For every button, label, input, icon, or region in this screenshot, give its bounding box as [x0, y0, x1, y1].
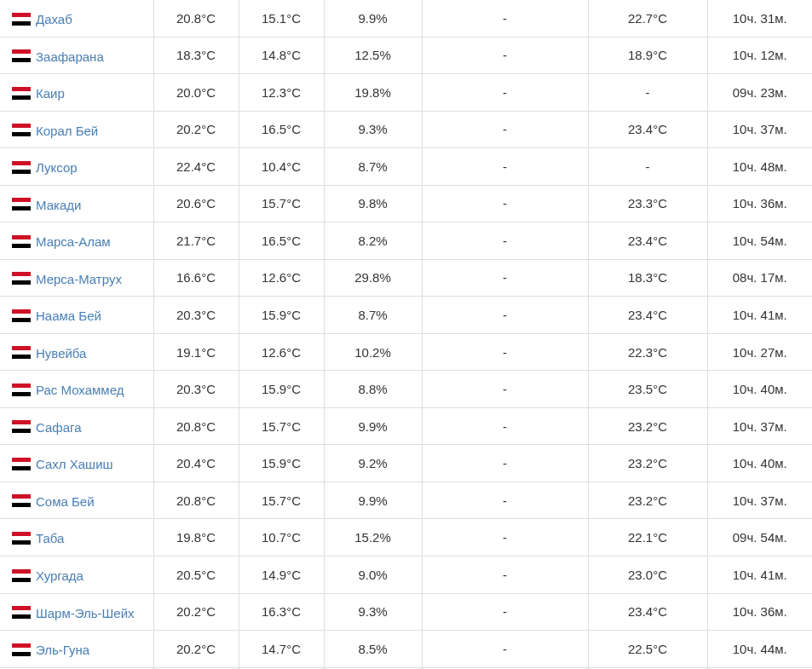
- city-link[interactable]: Таба: [36, 531, 64, 545]
- water-temp-cell: 23.4°C: [588, 593, 707, 631]
- egypt-flag-icon: [12, 161, 31, 174]
- table-row: Мерса-Матрух16.6°C12.6°C29.8%-18.3°C08ч.…: [0, 259, 812, 297]
- daylight-cell: 10ч. 37м.: [707, 482, 812, 519]
- daylight-cell: 10ч. 48м.: [707, 148, 812, 186]
- temp-night-cell: 15.1°C: [239, 0, 324, 37]
- city-link[interactable]: Дахаб: [36, 12, 72, 26]
- precip-cell: -: [422, 222, 588, 260]
- precip-cell: -: [422, 297, 588, 334]
- egypt-flag-icon: [12, 309, 31, 322]
- temp-night-cell: 12.6°C: [239, 259, 324, 297]
- temp-night-cell: 12.6°C: [239, 333, 324, 371]
- table-row: Шарм-Эль-Шейх20.2°C16.3°C9.3%-23.4°C10ч.…: [0, 593, 812, 631]
- humidity-cell: 9.9%: [324, 482, 422, 519]
- water-temp-cell: 23.2°C: [588, 407, 707, 445]
- temp-day-cell: 21.7°C: [153, 222, 239, 260]
- city-cell: Наама Бей: [0, 297, 153, 334]
- daylight-cell: 10ч. 12м.: [707, 37, 812, 74]
- city-link[interactable]: Каир: [36, 86, 65, 101]
- city-link[interactable]: Луксор: [36, 160, 78, 175]
- humidity-cell: 9.3%: [324, 593, 422, 631]
- table-row: Хургада20.5°C14.9°C9.0%-23.0°C10ч. 41м.: [0, 556, 812, 593]
- table-row: Корал Бей20.2°C16.5°C9.3%-23.4°C10ч. 37м…: [0, 111, 812, 148]
- water-temp-cell: -: [588, 74, 707, 112]
- table-row: Дахаб20.8°C15.1°C9.9%-22.7°C10ч. 31м.: [0, 0, 812, 37]
- temp-day-cell: 20.0°C: [153, 74, 239, 112]
- daylight-cell: 10ч. 36м.: [707, 593, 812, 631]
- city-link[interactable]: Макади: [36, 197, 81, 211]
- egypt-flag-icon: [12, 643, 31, 656]
- egypt-flag-icon: [12, 494, 31, 507]
- water-temp-cell: 23.3°C: [588, 185, 707, 222]
- water-temp-cell: 23.4°C: [588, 111, 707, 148]
- daylight-cell: 10ч. 31м.: [707, 0, 812, 37]
- city-link[interactable]: Хургада: [36, 568, 84, 583]
- humidity-cell: 9.9%: [324, 0, 422, 37]
- temp-night-cell: 15.7°C: [239, 185, 324, 222]
- precip-cell: -: [422, 482, 588, 519]
- temp-day-cell: 19.8°C: [153, 519, 239, 557]
- city-link[interactable]: Марса-Алам: [36, 234, 111, 249]
- egypt-flag-icon: [12, 346, 31, 359]
- city-link[interactable]: Шарм-Эль-Шейх: [36, 605, 135, 620]
- temp-night-cell: 10.7°C: [239, 519, 324, 557]
- city-link[interactable]: Сафага: [36, 419, 82, 434]
- city-link[interactable]: Сахл Хашиш: [36, 457, 113, 471]
- table-row: Макади20.6°C15.7°C9.8%-23.3°C10ч. 36м.: [0, 185, 812, 222]
- water-temp-cell: 23.2°C: [588, 445, 707, 482]
- humidity-cell: 9.2%: [324, 445, 422, 482]
- egypt-flag-icon: [12, 458, 31, 470]
- daylight-cell: 10ч. 37м.: [707, 407, 812, 445]
- city-link[interactable]: Нувейба: [36, 345, 86, 360]
- water-temp-cell: 22.7°C: [588, 0, 707, 37]
- city-link[interactable]: Заафарана: [36, 49, 104, 63]
- city-link[interactable]: Рас Мохаммед: [36, 383, 124, 397]
- egypt-flag-icon: [12, 198, 31, 211]
- city-cell: Каир: [0, 74, 153, 112]
- temp-day-cell: 20.8°C: [153, 407, 239, 445]
- daylight-cell: 10ч. 36м.: [707, 185, 812, 222]
- temp-night-cell: 14.8°C: [239, 37, 324, 74]
- temp-night-cell: 14.7°C: [239, 631, 324, 668]
- water-temp-cell: 23.2°C: [588, 482, 707, 519]
- city-cell: Сома Бей: [0, 482, 153, 519]
- city-link[interactable]: Корал Бей: [36, 123, 98, 137]
- temp-day-cell: 18.3°C: [153, 37, 239, 74]
- egypt-flag-icon: [12, 606, 31, 619]
- weather-table: Дахаб20.8°C15.1°C9.9%-22.7°C10ч. 31м.Заа…: [0, 0, 812, 669]
- egypt-flag-icon: [12, 87, 31, 100]
- daylight-cell: 08ч. 17м.: [707, 259, 812, 297]
- temp-night-cell: 15.9°C: [239, 371, 324, 408]
- table-row: Каир20.0°C12.3°C19.8%--09ч. 23м.: [0, 74, 812, 112]
- water-temp-cell: 22.3°C: [588, 333, 707, 371]
- table-row: Заафарана18.3°C14.8°C12.5%-18.9°C10ч. 12…: [0, 37, 812, 74]
- temp-night-cell: 16.5°C: [239, 222, 324, 260]
- table-row: Таба19.8°C10.7°C15.2%-22.1°C09ч. 54м.: [0, 519, 812, 557]
- water-temp-cell: -: [588, 148, 707, 186]
- temp-night-cell: 15.7°C: [239, 407, 324, 445]
- daylight-cell: 10ч. 44м.: [707, 631, 812, 668]
- city-link[interactable]: Сома Бей: [36, 493, 95, 508]
- egypt-flag-icon: [12, 384, 31, 396]
- temp-day-cell: 20.3°C: [153, 371, 239, 408]
- temp-day-cell: 20.3°C: [153, 297, 239, 334]
- temp-day-cell: 19.1°C: [153, 333, 239, 371]
- daylight-cell: 10ч. 37м.: [707, 111, 812, 148]
- humidity-cell: 9.0%: [324, 556, 422, 593]
- daylight-cell: 10ч. 40м.: [707, 445, 812, 482]
- city-link[interactable]: Эль-Гуна: [36, 643, 89, 657]
- egypt-flag-icon: [12, 235, 31, 248]
- temp-day-cell: 20.8°C: [153, 0, 239, 37]
- city-link[interactable]: Мерса-Матрух: [36, 271, 122, 285]
- temp-day-cell: 20.8°C: [153, 482, 239, 519]
- table-row: Сома Бей20.8°C15.7°C9.9%-23.2°C10ч. 37м.: [0, 482, 812, 519]
- city-cell: Нувейба: [0, 333, 153, 371]
- humidity-cell: 8.2%: [324, 222, 422, 260]
- daylight-cell: 10ч. 41м.: [707, 297, 812, 334]
- temp-day-cell: 22.4°C: [153, 148, 239, 186]
- city-cell: Сафага: [0, 407, 153, 445]
- precip-cell: -: [422, 185, 588, 222]
- city-link[interactable]: Наама Бей: [36, 309, 101, 323]
- temp-day-cell: 20.4°C: [153, 445, 239, 482]
- city-cell: Дахаб: [0, 0, 153, 37]
